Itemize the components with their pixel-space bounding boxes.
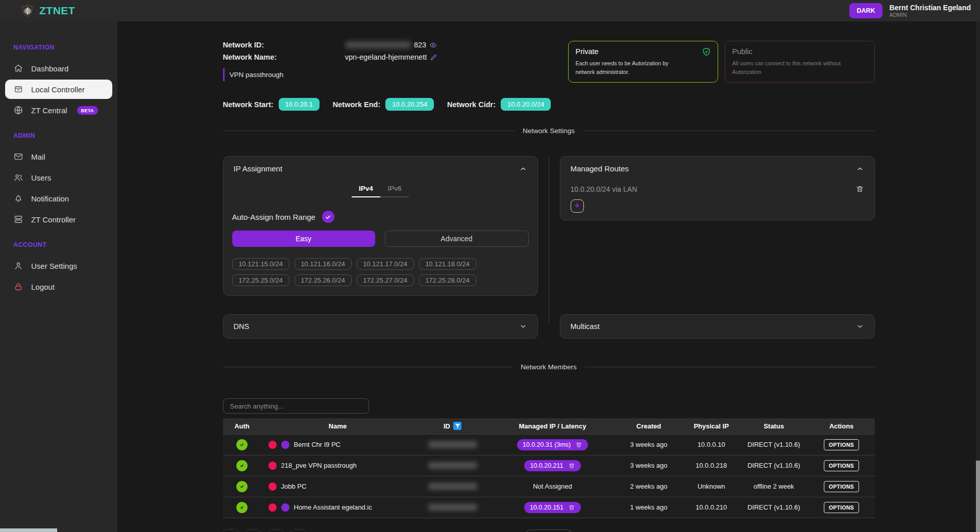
- sidebar-item-zt-central[interactable]: ZT Central BETA: [0, 100, 117, 120]
- col-actions: Actions: [808, 418, 875, 434]
- member-name: Home Assistant egeland.ic: [294, 503, 372, 511]
- eye-icon[interactable]: [429, 41, 437, 49]
- private-card-description: Each user needs to be Autorization by ne…: [576, 59, 684, 76]
- member-name: Jobb PC: [281, 483, 307, 490]
- network-name-label: Network Name:: [223, 53, 305, 61]
- sidebar-item-notification[interactable]: Notification: [0, 189, 117, 208]
- pagination-first-button[interactable]: <<: [223, 529, 239, 532]
- ip-assignment-panel: IP Assignment IPv4 IPv6 Auto-Assign from…: [223, 156, 538, 296]
- sidebar-item-dashboard[interactable]: Dashboard: [0, 59, 117, 78]
- ip-range-chip[interactable]: 172.25.26.0/24: [295, 274, 352, 286]
- network-end-value: 10.0.20.254: [385, 98, 434, 111]
- network-id-suffix: 823: [414, 41, 426, 49]
- public-access-card[interactable]: Public All users can connect to this net…: [725, 41, 875, 83]
- ip-range-chip[interactable]: 172.25.28.0/24: [419, 274, 476, 286]
- ip-range-chip[interactable]: 10.121.17.0/24: [357, 258, 414, 270]
- advanced-mode-button[interactable]: Advanced: [385, 231, 529, 247]
- page-scrollbar[interactable]: [976, 21, 980, 532]
- sidebar-item-user-settings[interactable]: User Settings: [0, 256, 117, 275]
- ip-range-chip[interactable]: 10.121.16.0/24: [295, 258, 352, 270]
- pagination-next-button[interactable]: >: [268, 529, 284, 532]
- col-name: Name: [261, 418, 414, 434]
- pagination-last-button[interactable]: >>: [290, 529, 306, 532]
- auth-toggle[interactable]: [236, 460, 248, 471]
- trash-icon[interactable]: [575, 441, 582, 448]
- sidebar-item-local-controller[interactable]: Local Controller: [5, 80, 112, 99]
- pagination-prev-button[interactable]: <: [246, 529, 261, 532]
- col-physical-ip: Physical IP: [683, 418, 740, 434]
- trash-icon[interactable]: [568, 504, 575, 511]
- member-status: DIRECT (v1.10.6): [740, 497, 808, 518]
- add-route-button[interactable]: +: [571, 199, 584, 213]
- member-name: 218_pve VPN passtrough: [281, 462, 357, 469]
- member-created: 1 weeks ago: [615, 497, 683, 518]
- multicast-panel[interactable]: Multicast: [560, 314, 875, 339]
- auth-toggle[interactable]: [236, 481, 248, 492]
- public-card-description: All users can connect to this network wi…: [732, 59, 860, 76]
- ip-range-chip[interactable]: 10.121.15.0/24: [232, 258, 289, 270]
- dns-panel[interactable]: DNS: [223, 314, 538, 339]
- network-start-value: 10.0.20.1: [279, 98, 320, 111]
- tab-ipv6[interactable]: IPv6: [380, 182, 409, 197]
- managed-routes-header[interactable]: Managed Routes: [560, 157, 874, 181]
- ip-range-chip[interactable]: 172.25.25.0/24: [232, 274, 289, 286]
- member-created: 3 weeks ago: [615, 434, 683, 455]
- member-created: 2 weeks ago: [615, 476, 683, 497]
- trash-icon[interactable]: [568, 462, 575, 469]
- theme-toggle-button[interactable]: DARK: [849, 3, 882, 18]
- public-card-title: Public: [732, 47, 867, 56]
- chevron-down-icon: [519, 322, 527, 331]
- chevron-up-icon: [856, 165, 864, 173]
- network-id-label: Network ID:: [223, 41, 305, 49]
- sidebar-item-label: Dashboard: [31, 64, 68, 73]
- ip-assignment-header[interactable]: IP Assignment: [224, 157, 537, 181]
- auth-toggle[interactable]: [236, 502, 248, 513]
- show-rows-dropdown[interactable]: Show 10: [524, 529, 574, 532]
- options-button[interactable]: OPTIONS: [824, 439, 859, 450]
- member-status: offline 2 week: [740, 476, 808, 497]
- sidebar-item-zt-controller[interactable]: ZT Controller: [0, 210, 117, 229]
- easy-mode-button[interactable]: Easy: [232, 231, 375, 247]
- sidebar: NAVIGATION Dashboard Local Controller ZT…: [0, 21, 117, 532]
- check-icon: [239, 442, 245, 448]
- network-id-redacted: [346, 41, 411, 48]
- globe-icon: [13, 105, 23, 115]
- private-access-card[interactable]: Private Each user needs to be Autorizati…: [568, 41, 718, 83]
- member-id-redacted: [428, 504, 477, 511]
- chevron-down-icon: [856, 322, 864, 331]
- member-dot-red: [268, 503, 277, 512]
- chevron-up-icon: [519, 165, 527, 173]
- auto-assign-label: Auto-Assign from Range: [232, 213, 315, 221]
- auth-toggle[interactable]: [236, 439, 248, 450]
- sidebar-item-users[interactable]: Users: [0, 168, 117, 187]
- managed-ip-value: 10.0.20.211: [530, 462, 563, 469]
- edit-pencil-icon[interactable]: [430, 54, 437, 61]
- managed-routes-title: Managed Routes: [571, 164, 629, 173]
- options-button[interactable]: OPTIONS: [824, 460, 859, 471]
- home-icon: [13, 63, 23, 73]
- ip-range-chip[interactable]: 172.25.27.0/24: [357, 274, 414, 286]
- user-menu[interactable]: Bernt Christian Egeland ADMIN: [890, 4, 971, 18]
- member-status: DIRECT (v1.10.6): [740, 455, 808, 476]
- member-row: Home Assistant egeland.ic 10.0.20.151 1 …: [223, 497, 875, 518]
- member-row: Bernt Chr I9 PC 10.0.20.31 (3ms) 3 weeks…: [223, 434, 875, 455]
- options-button[interactable]: OPTIONS: [824, 481, 859, 492]
- id-filter-icon[interactable]: [453, 422, 461, 430]
- ip-range-chip[interactable]: 10.121.18.0/24: [419, 258, 476, 270]
- member-physical-ip: Unknown: [683, 476, 740, 497]
- sidebar-section-navigation: NAVIGATION: [0, 39, 117, 57]
- options-button[interactable]: OPTIONS: [824, 502, 859, 513]
- sidebar-item-mail[interactable]: Mail: [0, 147, 117, 166]
- sidebar-item-label: Notification: [31, 194, 69, 203]
- members-search-input[interactable]: [223, 398, 369, 414]
- managed-ip-value: 10.0.20.31 (3ms): [523, 441, 571, 448]
- tab-ipv4[interactable]: IPv4: [352, 182, 380, 197]
- member-id-redacted: [428, 483, 477, 490]
- bottom-edge-artifact: [0, 528, 57, 532]
- scrollbar-thumb[interactable]: [976, 461, 980, 532]
- app-logo[interactable]: ZTNET: [20, 4, 75, 18]
- trash-icon[interactable]: [855, 185, 864, 193]
- dns-title: DNS: [234, 322, 250, 331]
- auto-assign-checkbox[interactable]: [322, 211, 334, 223]
- sidebar-item-logout[interactable]: Logout: [0, 277, 117, 296]
